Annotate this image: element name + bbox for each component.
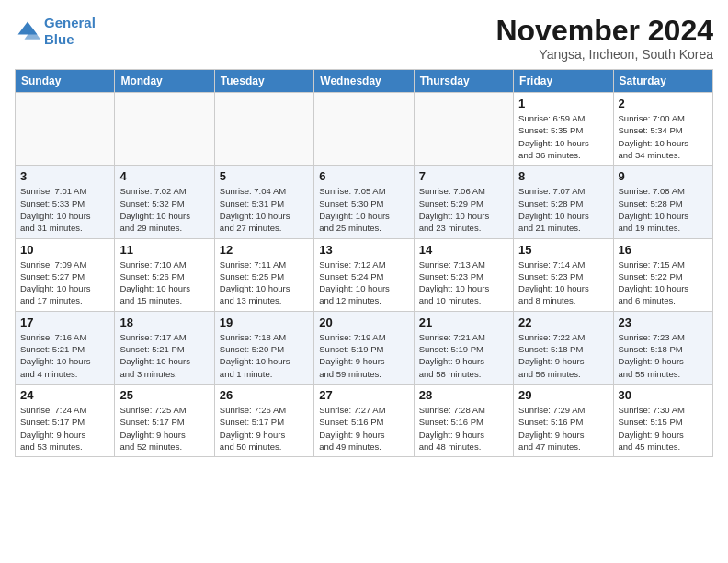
calendar-week-row: 3Sunrise: 7:01 AM Sunset: 5:33 PM Daylig… (16, 166, 713, 238)
day-info: Sunrise: 7:16 AM Sunset: 5:21 PM Dayligh… (20, 331, 109, 380)
day-number: 30 (619, 388, 708, 402)
day-number: 14 (419, 243, 508, 257)
day-info: Sunrise: 7:19 AM Sunset: 5:19 PM Dayligh… (319, 331, 408, 380)
calendar-day-cell: 20Sunrise: 7:19 AM Sunset: 5:19 PM Dayli… (314, 311, 414, 384)
day-info: Sunrise: 7:28 AM Sunset: 5:16 PM Dayligh… (419, 404, 508, 453)
calendar-day-cell: 29Sunrise: 7:29 AM Sunset: 5:16 PM Dayli… (514, 384, 613, 456)
day-number: 26 (220, 388, 309, 402)
calendar-day-cell (314, 93, 414, 166)
day-info: Sunrise: 7:00 AM Sunset: 5:34 PM Dayligh… (619, 112, 708, 161)
day-number: 5 (220, 169, 309, 183)
day-number: 27 (319, 388, 408, 402)
calendar-day-cell: 7Sunrise: 7:06 AM Sunset: 5:29 PM Daylig… (414, 166, 513, 238)
day-number: 8 (518, 169, 608, 183)
day-info: Sunrise: 7:13 AM Sunset: 5:23 PM Dayligh… (419, 259, 508, 307)
day-info: Sunrise: 7:21 AM Sunset: 5:19 PM Dayligh… (419, 331, 508, 380)
day-info: Sunrise: 7:25 AM Sunset: 5:17 PM Dayligh… (119, 404, 209, 453)
calendar-day-cell: 14Sunrise: 7:13 AM Sunset: 5:23 PM Dayli… (414, 238, 513, 311)
calendar-day-cell: 23Sunrise: 7:23 AM Sunset: 5:18 PM Dayli… (613, 311, 712, 384)
day-number: 28 (419, 388, 508, 402)
calendar-week-row: 24Sunrise: 7:24 AM Sunset: 5:17 PM Dayli… (16, 384, 713, 456)
day-number: 10 (20, 243, 109, 257)
day-info: Sunrise: 7:01 AM Sunset: 5:33 PM Dayligh… (20, 185, 109, 234)
logo-icon (15, 18, 40, 44)
calendar-day-cell: 16Sunrise: 7:15 AM Sunset: 5:22 PM Dayli… (613, 238, 712, 311)
day-number: 24 (20, 388, 109, 402)
day-info: Sunrise: 7:12 AM Sunset: 5:24 PM Dayligh… (319, 259, 408, 307)
calendar-header-row: SundayMondayTuesdayWednesdayThursdayFrid… (16, 70, 713, 93)
calendar-day-cell: 19Sunrise: 7:18 AM Sunset: 5:20 PM Dayli… (214, 311, 313, 384)
calendar-day-cell: 9Sunrise: 7:08 AM Sunset: 5:28 PM Daylig… (613, 166, 712, 238)
weekday-header-sunday: Sunday (16, 70, 115, 93)
day-number: 4 (119, 169, 209, 183)
weekday-header-tuesday: Tuesday (214, 70, 313, 93)
day-info: Sunrise: 7:08 AM Sunset: 5:28 PM Dayligh… (619, 185, 708, 234)
day-number: 15 (518, 243, 608, 257)
day-number: 18 (119, 316, 209, 329)
calendar-day-cell: 18Sunrise: 7:17 AM Sunset: 5:21 PM Dayli… (115, 311, 214, 384)
calendar-day-cell: 24Sunrise: 7:24 AM Sunset: 5:17 PM Dayli… (16, 384, 115, 456)
calendar-day-cell: 21Sunrise: 7:21 AM Sunset: 5:19 PM Dayli… (414, 311, 513, 384)
day-number: 21 (419, 316, 508, 329)
calendar-day-cell: 1Sunrise: 6:59 AM Sunset: 5:35 PM Daylig… (514, 93, 613, 166)
calendar-day-cell: 12Sunrise: 7:11 AM Sunset: 5:25 PM Dayli… (214, 238, 313, 311)
calendar-day-cell (414, 93, 513, 166)
day-number: 9 (619, 169, 708, 183)
calendar-day-cell (214, 93, 313, 166)
calendar-day-cell (16, 93, 115, 166)
calendar-day-cell: 10Sunrise: 7:09 AM Sunset: 5:27 PM Dayli… (16, 238, 115, 311)
day-info: Sunrise: 7:11 AM Sunset: 5:25 PM Dayligh… (220, 259, 309, 307)
calendar-day-cell: 27Sunrise: 7:27 AM Sunset: 5:16 PM Dayli… (314, 384, 414, 456)
calendar-day-cell: 8Sunrise: 7:07 AM Sunset: 5:28 PM Daylig… (514, 166, 613, 238)
calendar-day-cell: 3Sunrise: 7:01 AM Sunset: 5:33 PM Daylig… (16, 166, 115, 238)
day-info: Sunrise: 7:17 AM Sunset: 5:21 PM Dayligh… (119, 331, 209, 380)
calendar-table: SundayMondayTuesdayWednesdayThursdayFrid… (15, 69, 713, 457)
day-info: Sunrise: 7:06 AM Sunset: 5:29 PM Dayligh… (419, 185, 508, 234)
calendar-day-cell: 13Sunrise: 7:12 AM Sunset: 5:24 PM Dayli… (314, 238, 414, 311)
calendar-day-cell: 28Sunrise: 7:28 AM Sunset: 5:16 PM Dayli… (414, 384, 513, 456)
calendar-day-cell (115, 93, 214, 166)
day-info: Sunrise: 7:26 AM Sunset: 5:17 PM Dayligh… (220, 404, 309, 453)
day-info: Sunrise: 7:15 AM Sunset: 5:22 PM Dayligh… (619, 259, 708, 307)
calendar-day-cell: 11Sunrise: 7:10 AM Sunset: 5:26 PM Dayli… (115, 238, 214, 311)
day-number: 6 (319, 169, 408, 183)
title-block: November 2024 Yangsa, Incheon, South Kor… (495, 15, 713, 62)
day-info: Sunrise: 7:10 AM Sunset: 5:26 PM Dayligh… (119, 259, 209, 307)
calendar-day-cell: 6Sunrise: 7:05 AM Sunset: 5:30 PM Daylig… (314, 166, 414, 238)
calendar-day-cell: 25Sunrise: 7:25 AM Sunset: 5:17 PM Dayli… (115, 384, 214, 456)
calendar-day-cell: 15Sunrise: 7:14 AM Sunset: 5:23 PM Dayli… (514, 238, 613, 311)
day-info: Sunrise: 7:18 AM Sunset: 5:20 PM Dayligh… (220, 331, 309, 380)
calendar-day-cell: 2Sunrise: 7:00 AM Sunset: 5:34 PM Daylig… (613, 93, 712, 166)
calendar-day-cell: 30Sunrise: 7:30 AM Sunset: 5:15 PM Dayli… (613, 384, 712, 456)
weekday-header-friday: Friday (514, 70, 613, 93)
weekday-header-monday: Monday (115, 70, 214, 93)
day-number: 12 (220, 243, 309, 257)
day-info: Sunrise: 7:07 AM Sunset: 5:28 PM Dayligh… (518, 185, 608, 234)
logo: General Blue (15, 15, 96, 48)
day-number: 1 (518, 97, 608, 110)
weekday-header-thursday: Thursday (414, 70, 513, 93)
calendar-day-cell: 5Sunrise: 7:04 AM Sunset: 5:31 PM Daylig… (214, 166, 313, 238)
calendar-day-cell: 22Sunrise: 7:22 AM Sunset: 5:18 PM Dayli… (514, 311, 613, 384)
day-info: Sunrise: 7:04 AM Sunset: 5:31 PM Dayligh… (220, 185, 309, 234)
day-info: Sunrise: 7:09 AM Sunset: 5:27 PM Dayligh… (20, 259, 109, 307)
day-info: Sunrise: 7:24 AM Sunset: 5:17 PM Dayligh… (20, 404, 109, 453)
day-info: Sunrise: 7:14 AM Sunset: 5:23 PM Dayligh… (518, 259, 608, 307)
calendar-week-row: 1Sunrise: 6:59 AM Sunset: 5:35 PM Daylig… (16, 93, 713, 166)
calendar-day-cell: 4Sunrise: 7:02 AM Sunset: 5:32 PM Daylig… (115, 166, 214, 238)
weekday-header-wednesday: Wednesday (314, 70, 414, 93)
day-number: 2 (619, 97, 708, 110)
location-subtitle: Yangsa, Incheon, South Korea (495, 47, 713, 62)
day-number: 13 (319, 243, 408, 257)
day-number: 23 (619, 316, 708, 329)
day-info: Sunrise: 7:29 AM Sunset: 5:16 PM Dayligh… (518, 404, 608, 453)
calendar-day-cell: 26Sunrise: 7:26 AM Sunset: 5:17 PM Dayli… (214, 384, 313, 456)
month-title: November 2024 (495, 15, 713, 47)
calendar-week-row: 17Sunrise: 7:16 AM Sunset: 5:21 PM Dayli… (16, 311, 713, 384)
day-info: Sunrise: 7:27 AM Sunset: 5:16 PM Dayligh… (319, 404, 408, 453)
day-info: Sunrise: 7:30 AM Sunset: 5:15 PM Dayligh… (619, 404, 708, 453)
calendar-week-row: 10Sunrise: 7:09 AM Sunset: 5:27 PM Dayli… (16, 238, 713, 311)
weekday-header-saturday: Saturday (613, 70, 712, 93)
calendar-day-cell: 17Sunrise: 7:16 AM Sunset: 5:21 PM Dayli… (16, 311, 115, 384)
logo-line2: Blue (44, 31, 74, 47)
